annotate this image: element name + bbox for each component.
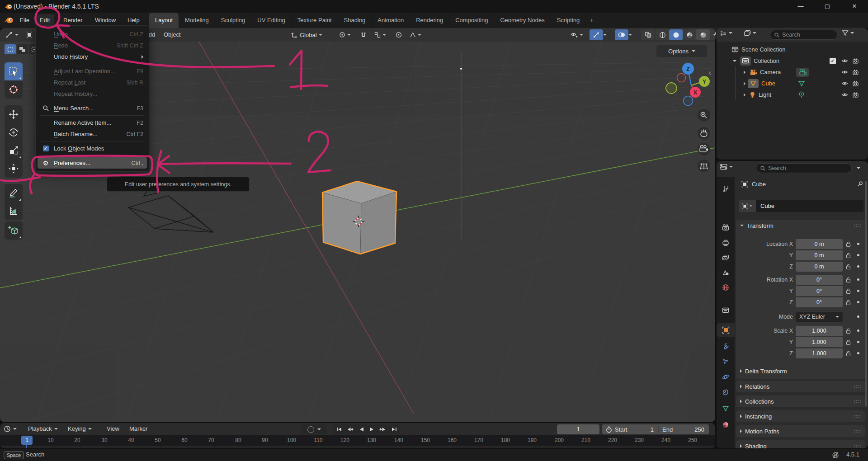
properties-editor-type-button[interactable]: [720, 164, 733, 170]
editor-type-button[interactable]: [3, 29, 21, 40]
shading-dropdown[interactable]: [710, 29, 715, 40]
menu-item-preferences[interactable]: ⚙ Preferences... Ctrl ,: [38, 157, 147, 169]
tab-scene[interactable]: [717, 266, 735, 279]
menu-edit[interactable]: Edit: [35, 14, 54, 26]
outliner-row-scene-collection[interactable]: Scene Collection: [717, 44, 868, 55]
animate-dot[interactable]: [857, 341, 859, 343]
animate-dot[interactable]: [857, 315, 859, 318]
tab-modeling[interactable]: Modeling: [179, 13, 215, 28]
animate-dot[interactable]: [857, 290, 859, 292]
jump-to-end-button[interactable]: [391, 427, 397, 432]
animate-dot[interactable]: [857, 265, 859, 268]
tool-move[interactable]: [5, 105, 23, 123]
shading-material-button[interactable]: [683, 29, 696, 40]
axis-neg-x[interactable]: [677, 74, 686, 82]
animate-dot[interactable]: [857, 278, 859, 281]
shading-wireframe-button[interactable]: [656, 29, 669, 40]
disable-render-camera-icon[interactable]: [853, 92, 859, 98]
menu-render[interactable]: Render: [59, 14, 87, 26]
tool-cursor[interactable]: [5, 80, 23, 99]
properties-search-input[interactable]: Search: [756, 163, 852, 173]
drag-handle-icon[interactable]: ∷∷: [854, 428, 861, 434]
animate-dot[interactable]: [857, 329, 859, 332]
menu-item-redo[interactable]: Redo Shift Ctrl Z: [36, 40, 149, 51]
object-type-dropdown[interactable]: [739, 200, 756, 212]
timeline-keyframe-strip[interactable]: [0, 446, 715, 448]
tab-compositing[interactable]: Compositing: [449, 13, 494, 28]
shading-solid-button[interactable]: [669, 29, 683, 40]
tool-measure[interactable]: [5, 202, 23, 220]
add-workspace-button[interactable]: +: [585, 13, 598, 28]
tab-uv-editing[interactable]: UV Editing: [251, 13, 291, 28]
cube-object[interactable]: [322, 181, 396, 254]
drag-handle-icon[interactable]: ∷∷: [854, 399, 861, 405]
collections-panel[interactable]: Collections∷∷: [736, 395, 865, 407]
axis-neg-z[interactable]: [684, 96, 693, 106]
lock-icon[interactable]: [846, 263, 851, 270]
tool-transform[interactable]: [5, 160, 23, 178]
tab-particles[interactable]: [717, 355, 735, 368]
proportional-editing-toggle[interactable]: [394, 29, 403, 40]
location-z-field[interactable]: 0 m: [796, 262, 843, 272]
select-mode-extend-button[interactable]: [17, 44, 28, 54]
current-frame-field[interactable]: 1: [557, 424, 599, 434]
menu-file[interactable]: File: [15, 14, 34, 26]
disable-render-camera-icon[interactable]: [853, 58, 859, 64]
tab-output[interactable]: [717, 236, 735, 249]
outliner-filter-id-button[interactable]: [744, 30, 756, 36]
tab-view-layer[interactable]: [717, 251, 735, 264]
xray-toggle[interactable]: [641, 29, 655, 40]
tab-world[interactable]: [717, 281, 735, 294]
drag-handle-icon[interactable]: ∷∷: [854, 384, 861, 390]
tab-constraints[interactable]: [717, 386, 735, 399]
outliner-filter-button[interactable]: [842, 30, 854, 36]
select-mode-new-button[interactable]: [5, 44, 16, 54]
tab-modifiers[interactable]: [717, 339, 735, 353]
properties-options-dropdown[interactable]: [857, 167, 860, 169]
outliner-row-light[interactable]: Light: [717, 89, 868, 100]
animate-dot[interactable]: [857, 352, 859, 354]
keying-menu[interactable]: Keying: [68, 423, 92, 435]
animate-dot[interactable]: [857, 243, 859, 245]
rotation-x-field[interactable]: 0°: [796, 275, 843, 285]
hide-eye-icon[interactable]: [841, 92, 848, 97]
auto-keying-toggle[interactable]: [301, 424, 327, 434]
lock-icon[interactable]: [846, 299, 851, 306]
hide-eye-icon[interactable]: [841, 58, 848, 63]
lock-icon[interactable]: [846, 328, 851, 334]
disable-render-camera-icon[interactable]: [853, 70, 859, 75]
location-y-field[interactable]: 0 m: [796, 250, 843, 260]
camera-view-button[interactable]: [698, 143, 710, 155]
timeline-editor-type-button[interactable]: [4, 423, 17, 435]
rotation-y-field[interactable]: 0°: [796, 286, 843, 296]
shading-panel[interactable]: Shading∷∷: [736, 440, 865, 448]
perspective-toggle-button[interactable]: [698, 160, 710, 172]
close-button[interactable]: ✕: [844, 0, 865, 13]
menu-item-repeat-history[interactable]: Repeat History...: [36, 88, 149, 99]
tab-object-data[interactable]: [717, 402, 735, 415]
menu-item-adjust-last-operation[interactable]: Adjust Last Operation... F9: [36, 66, 149, 77]
playhead-line[interactable]: [26, 444, 27, 448]
view-menu[interactable]: View: [107, 423, 119, 435]
menu-window[interactable]: Window: [90, 14, 120, 26]
shading-rendered-button[interactable]: [696, 29, 710, 40]
zoom-button[interactable]: [698, 109, 710, 122]
object-visibility-dropdown[interactable]: [568, 29, 586, 40]
menu-item-undo-history[interactable]: Undo History: [36, 51, 149, 62]
lock-icon[interactable]: [846, 350, 851, 357]
breadcrumb-label[interactable]: Cube: [752, 181, 766, 188]
tab-material[interactable]: [717, 418, 735, 432]
viewport-menu-object[interactable]: Object: [164, 28, 181, 42]
scale-z-field[interactable]: 1.000: [796, 348, 843, 358]
timeline-ruler[interactable]: 1 10 20 30 40 50 60 70 80 90 100 110 120…: [0, 435, 715, 446]
tab-texture-paint[interactable]: Texture Paint: [291, 13, 338, 28]
menu-item-lock-object-modes[interactable]: ✓ Lock Object Modes: [36, 143, 149, 154]
outliner-row-cube[interactable]: Cube: [717, 78, 868, 89]
expand-icon[interactable]: [733, 60, 736, 62]
playback-menu[interactable]: Playback: [28, 423, 58, 435]
expand-icon[interactable]: [744, 71, 745, 74]
jump-to-start-button[interactable]: [336, 427, 342, 432]
collection-checkbox[interactable]: ✓: [830, 58, 836, 64]
menu-item-menu-search[interactable]: Menu Search... F3: [36, 103, 149, 114]
tab-collection[interactable]: [717, 303, 735, 317]
